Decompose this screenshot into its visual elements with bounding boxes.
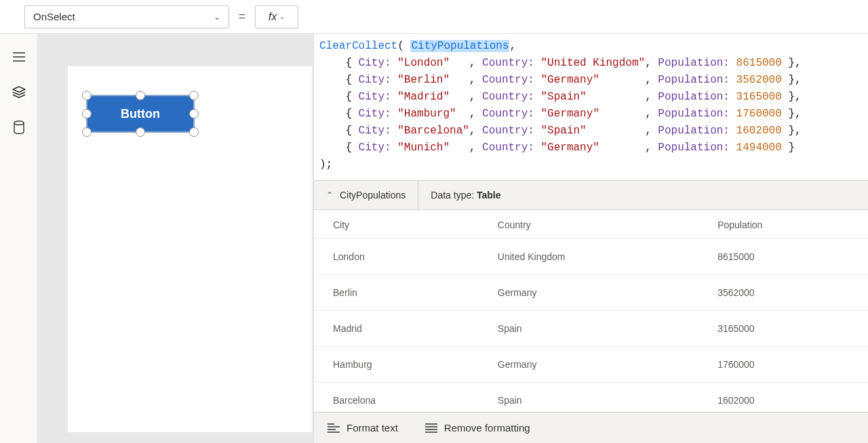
column-header[interactable]: Country [479, 210, 698, 239]
chevron-up-icon: ⌃ [326, 190, 333, 200]
database-icon[interactable] [12, 121, 26, 134]
editor-footer: Format text Remove formatting [314, 412, 868, 443]
collection-name-label: CityPopulations [340, 190, 406, 201]
column-header[interactable]: Population [698, 210, 868, 239]
result-header: ⌃ CityPopulations Data type: Table [314, 180, 868, 210]
table-cell: Berlin [314, 275, 479, 311]
table-header-row: City Country Population [314, 210, 868, 239]
result-table-container: City Country Population LondonUnited Kin… [314, 210, 868, 412]
canvas-button-label: Button [121, 107, 160, 121]
table-cell: 8615000 [698, 239, 868, 275]
column-header[interactable]: City [314, 210, 479, 239]
chevron-down-icon: ⌄ [214, 12, 220, 22]
resize-handle[interactable] [189, 109, 199, 119]
format-text-button[interactable]: Format text [328, 422, 398, 434]
formula-editor-panel: ClearCollect( CityPopulations, { City: "… [313, 34, 868, 443]
resize-handle[interactable] [136, 91, 145, 100]
result-table: City Country Population LondonUnited Kin… [314, 210, 868, 412]
resize-handle[interactable] [136, 127, 145, 137]
table-cell: 3562000 [698, 275, 868, 311]
table-row[interactable]: HamburgGermany1760000 [314, 347, 868, 383]
data-type-label: Data type: Table [418, 190, 513, 201]
collection-toggle[interactable]: ⌃ CityPopulations [314, 181, 418, 209]
equals-label: = [229, 9, 255, 24]
resize-handle[interactable] [189, 127, 199, 137]
svg-point-0 [14, 121, 24, 125]
table-cell: Spain [479, 311, 698, 347]
resize-handle[interactable] [82, 91, 92, 100]
canvas-button-control[interactable]: Button [86, 95, 195, 133]
fx-label: fx [269, 11, 277, 23]
remove-formatting-button[interactable]: Remove formatting [425, 422, 530, 434]
table-row[interactable]: LondonUnited Kingdom8615000 [314, 239, 868, 275]
table-cell: Hamburg [314, 347, 479, 383]
table-row[interactable]: BarcelonaSpain1602000 [314, 383, 868, 413]
formula-bar: OnSelect ⌄ = fx ⌄ [0, 0, 868, 34]
fx-button[interactable]: fx ⌄ [255, 5, 298, 28]
table-cell: 1602000 [698, 383, 868, 413]
table-cell: 3165000 [698, 311, 868, 347]
property-selector[interactable]: OnSelect ⌄ [24, 5, 229, 28]
format-text-icon [328, 423, 340, 433]
chevron-down-icon: ⌄ [279, 13, 285, 20]
resize-handle[interactable] [82, 109, 92, 119]
table-cell: United Kingdom [479, 239, 698, 275]
hamburger-icon[interactable] [12, 50, 26, 64]
table-cell: Spain [479, 383, 698, 413]
resize-handle[interactable] [82, 127, 92, 137]
app-canvas[interactable]: Button [68, 66, 312, 432]
table-row[interactable]: BerlinGermany3562000 [314, 275, 868, 311]
left-rail [0, 34, 38, 443]
table-cell: Madrid [314, 311, 479, 347]
canvas-panel: Button [38, 34, 313, 443]
formula-editor[interactable]: ClearCollect( CityPopulations, { City: "… [314, 34, 868, 180]
table-cell: London [314, 239, 479, 275]
table-cell: Germany [479, 347, 698, 383]
property-selector-value: OnSelect [33, 11, 75, 22]
table-row[interactable]: MadridSpain3165000 [314, 311, 868, 347]
table-cell: Germany [479, 275, 698, 311]
remove-formatting-icon [425, 423, 437, 433]
table-cell: 1760000 [698, 347, 868, 383]
layers-icon[interactable] [12, 85, 26, 99]
table-cell: Barcelona [314, 383, 479, 413]
resize-handle[interactable] [189, 91, 199, 100]
